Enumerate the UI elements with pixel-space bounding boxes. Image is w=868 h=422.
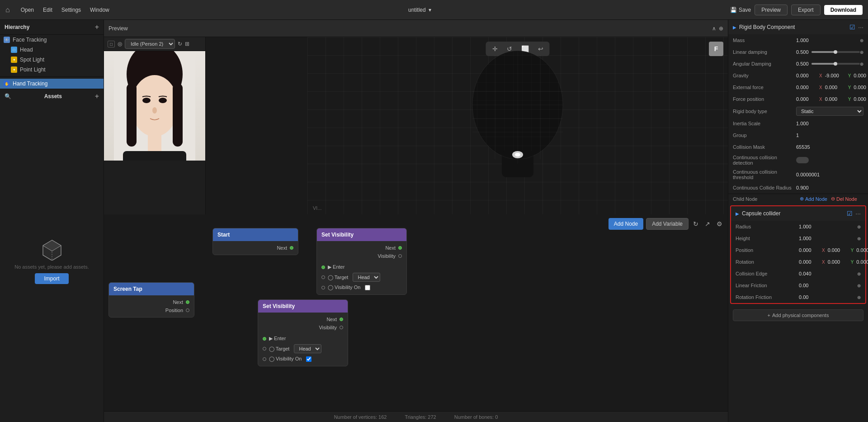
preview-sub-panel: □ ◎ Idle (Person 2) ↻ ⊞	[104, 37, 206, 214]
rotation-friction-input[interactable]	[799, 294, 826, 300]
svg-point-2	[131, 75, 178, 137]
caps-pos-y-input[interactable]	[828, 247, 848, 253]
mass-add-icon[interactable]: ⊕	[860, 38, 863, 43]
camera-icon[interactable]: ◎	[118, 41, 122, 47]
capsule-enable-check[interactable]: ☑	[847, 210, 853, 217]
continuous-radius-input[interactable]	[796, 185, 823, 190]
rigid-body-enable-check[interactable]: ☑	[849, 24, 855, 31]
sv2-target-select[interactable]: Head	[294, 344, 321, 353]
node-graph[interactable]: Add Node Add Variable ↻ ↗ ⚙ Start Next	[104, 214, 728, 411]
collision-edge-add-icon[interactable]: ⊕	[857, 271, 861, 276]
export-button[interactable]: Export	[791, 5, 821, 15]
angular-damping-thumb[interactable]	[834, 62, 837, 66]
caps-pos-z-input[interactable]	[856, 247, 868, 253]
view-label: VI...	[313, 205, 322, 211]
person-select[interactable]: Idle (Person 2)	[125, 39, 175, 49]
del-child-node-button[interactable]: ⊖ Del Node	[831, 196, 857, 202]
3d-viewport[interactable]: ✛ ↺ ⬜ ↩ F	[307, 37, 728, 214]
force-pos-z-input[interactable]	[854, 96, 868, 102]
hierarchy-item-hand-tracking[interactable]: ✋ Hand Tracking	[0, 79, 104, 89]
caps-pos-x-input[interactable]	[799, 247, 819, 253]
ext-force-y-input[interactable]	[825, 85, 845, 90]
settings-graph-button[interactable]: ⚙	[715, 218, 724, 230]
hierarchy-item-point-light[interactable]: ✦ Point Light	[0, 65, 104, 75]
refresh-graph-button[interactable]: ↻	[691, 218, 700, 230]
caps-rot-z-input[interactable]	[856, 259, 868, 265]
height-add-icon[interactable]: ⊕	[857, 236, 861, 241]
sv2-next-dot	[340, 318, 343, 321]
linear-damping-thumb[interactable]	[834, 50, 837, 54]
inertia-scale-input[interactable]	[796, 121, 823, 126]
linear-damping-add-icon[interactable]: ⊕	[860, 50, 863, 55]
menu-open[interactable]: Open	[21, 7, 34, 13]
set-visibility-1-node[interactable]: Set Visibility Next Visibility ▶ Enter	[316, 228, 407, 295]
radius-input[interactable]	[799, 224, 826, 229]
menu-settings[interactable]: Settings	[61, 7, 81, 13]
hierarchy-add-button[interactable]: +	[95, 24, 99, 31]
angular-damping-track[interactable]	[811, 63, 860, 65]
ext-force-z-input[interactable]	[854, 85, 868, 90]
sv2-visibility-checkbox[interactable]	[306, 356, 311, 362]
force-pos-x-input[interactable]	[796, 96, 816, 102]
add-variable-button[interactable]: Add Variable	[646, 218, 689, 230]
caps-rot-y-input[interactable]	[828, 259, 848, 265]
radius-add-icon[interactable]: ⊕	[857, 224, 861, 229]
collision-edge-input[interactable]	[799, 271, 826, 276]
export-graph-button[interactable]: ↗	[703, 218, 712, 230]
node-graph-toolbar: Add Node Add Variable ↻ ↗ ⚙	[609, 218, 724, 230]
gravity-x-label: X	[819, 73, 822, 78]
capsule-more-button[interactable]: ···	[855, 210, 861, 217]
set-visibility-2-node[interactable]: Set Visibility Next Visibility ▶ Enter	[258, 299, 348, 366]
title-dropdown-icon[interactable]: ▾	[429, 7, 431, 13]
linear-friction-add-icon[interactable]: ⊕	[857, 283, 861, 288]
hierarchy-head-label: Head	[20, 47, 33, 53]
preview-collapse-icon[interactable]: ∧	[712, 25, 716, 32]
hierarchy-item-spot-light[interactable]: ✦ Spot Light	[0, 55, 104, 65]
height-input[interactable]	[799, 236, 826, 241]
vertices-count: Number of vertices: 162	[334, 414, 387, 420]
refresh-icon[interactable]: ↻	[178, 41, 182, 47]
add-physical-components-button[interactable]: + Add physical components	[733, 309, 863, 321]
rigid-body-more-button[interactable]: ···	[858, 24, 863, 31]
sv1-target-dot	[321, 275, 325, 279]
settings-icon[interactable]: ⊞	[185, 41, 189, 47]
gravity-x-input[interactable]	[796, 73, 816, 78]
mass-input[interactable]	[796, 38, 823, 43]
view-mode-icon[interactable]: □	[108, 41, 115, 47]
ext-force-x-input[interactable]	[796, 85, 816, 90]
import-button[interactable]: Import	[35, 273, 68, 284]
save-button[interactable]: 💾 Save	[730, 7, 751, 13]
continuous-collision-toggle[interactable]	[796, 157, 809, 163]
download-button[interactable]: Download	[824, 5, 863, 15]
rigid-body-type-select[interactable]: Static	[796, 107, 863, 116]
rigid-body-type-row: Rigid body type Static	[728, 105, 868, 118]
hierarchy-item-head[interactable]: □ Head	[0, 45, 104, 55]
sv1-target-select[interactable]: Head	[353, 273, 380, 282]
menu-window[interactable]: Window	[90, 7, 109, 13]
set-visibility-1-body: Next Visibility ▶ Enter ◯ Target	[317, 241, 406, 294]
gravity-y-input[interactable]	[825, 73, 845, 78]
force-pos-y-input[interactable]	[825, 96, 845, 102]
continuous-threshold-input[interactable]	[796, 172, 823, 177]
preview-more-icon[interactable]: ⊕	[719, 25, 723, 32]
gravity-z-input[interactable]	[854, 73, 868, 78]
preview-button[interactable]: Preview	[755, 5, 788, 15]
linear-damping-track[interactable]	[811, 51, 860, 53]
rotation-friction-add-icon[interactable]: ⊕	[857, 295, 861, 300]
linear-friction-input[interactable]	[799, 283, 826, 288]
angular-damping-add-icon[interactable]: ⊕	[860, 62, 863, 66]
assets-add-button[interactable]: +	[95, 93, 99, 100]
group-input[interactable]	[796, 133, 823, 138]
hierarchy-item-face-tracking[interactable]: 👁 Face Tracking	[0, 35, 104, 45]
start-node[interactable]: Start Next	[212, 228, 298, 255]
linear-damping-slider[interactable]: 0.500	[796, 49, 860, 55]
screen-tap-node[interactable]: Screen Tap Next Position	[108, 282, 194, 318]
angular-damping-slider[interactable]: 0.500	[796, 61, 860, 66]
menu-edit[interactable]: Edit	[43, 7, 52, 13]
external-force-row: External force X Y Z ⊕	[728, 81, 868, 93]
add-child-node-button[interactable]: ⊕ Add Node	[800, 196, 827, 202]
home-button[interactable]: ⌂	[5, 6, 10, 14]
sv1-visibility-checkbox[interactable]	[365, 285, 370, 290]
caps-rot-x-input[interactable]	[799, 259, 819, 265]
add-node-button[interactable]: Add Node	[609, 218, 643, 230]
